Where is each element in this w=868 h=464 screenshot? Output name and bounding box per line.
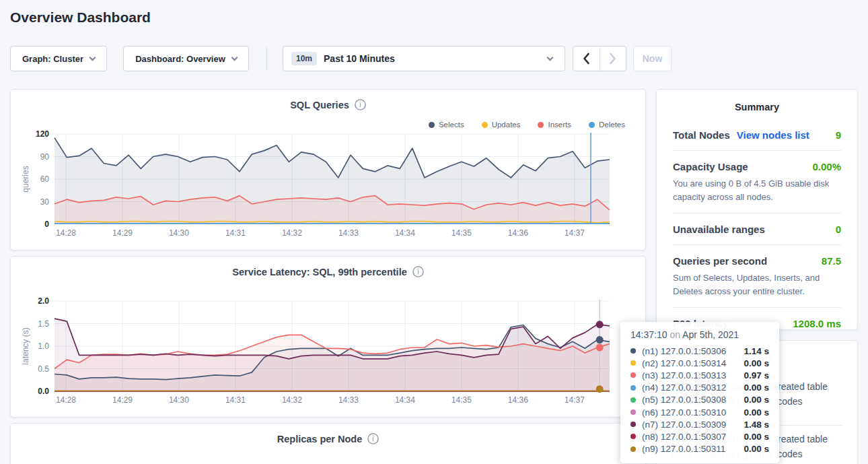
stat-value: 9 <box>836 129 841 141</box>
svg-text:14:33: 14:33 <box>338 395 359 405</box>
svg-text:90: 90 <box>40 152 50 162</box>
svg-text:14:35: 14:35 <box>451 228 472 238</box>
svg-text:0.0: 0.0 <box>38 387 49 396</box>
tooltip-node-name: (n7) 127.0.0.1:50309 <box>642 420 726 430</box>
stat-unavailable-ranges: Unavailable ranges 0 <box>673 213 841 245</box>
tooltip-row: (n8) 127.0.0.1:503070.00 s <box>630 430 769 442</box>
tooltip-node-value: 1.48 s <box>744 420 769 430</box>
svg-text:2.0: 2.0 <box>38 296 49 306</box>
tooltip-row: (n5) 127.0.0.1:503080.00 s <box>630 394 769 406</box>
tooltip-timestamp: 14:37:10 on Apr 5th, 2021 <box>630 329 769 340</box>
svg-text:30: 30 <box>40 197 50 207</box>
toolbar-divider <box>266 47 267 70</box>
svg-text:14:29: 14:29 <box>112 395 133 405</box>
graph-dropdown[interactable]: Graph: Cluster <box>10 46 107 71</box>
stat-label: Queries per second <box>673 255 767 267</box>
tooltip-node-value: 0.00 s <box>744 407 769 418</box>
tooltip-row: (n4) 127.0.0.1:503120.00 s <box>630 382 769 394</box>
stat-label: Unavailable ranges <box>673 224 765 235</box>
tooltip-row: (n7) 127.0.0.1:503091.48 s <box>630 418 769 430</box>
svg-text:14:37: 14:37 <box>565 395 585 405</box>
tooltip-node-value: 0.00 s <box>744 358 769 368</box>
svg-text:14:32: 14:32 <box>282 228 302 238</box>
node-color-dot-icon <box>630 372 636 378</box>
dashboard-dropdown[interactable]: Dashboard: Overview <box>123 46 249 71</box>
node-color-dot-icon <box>630 434 636 439</box>
tooltip-node-name: (n6) 127.0.0.1:50310 <box>642 407 726 418</box>
tooltip-row: (n1) 127.0.0.1:503061.14 s <box>630 345 769 357</box>
time-range-badge: 10m <box>291 52 317 65</box>
stat-value: 0 <box>836 224 841 235</box>
chevron-left-icon <box>583 53 590 65</box>
now-button[interactable]: Now <box>633 46 672 71</box>
svg-text:14:34: 14:34 <box>395 395 415 405</box>
chart-tooltip: 14:37:10 on Apr 5th, 2021 (n1) 127.0.0.1… <box>620 322 779 463</box>
tooltip-node-value: 1.14 s <box>744 346 769 356</box>
summary-title: Summary <box>673 102 841 112</box>
stat-capacity-usage: Capacity Usage 0.00% You are using 0 B o… <box>673 151 841 213</box>
svg-text:latency (s): latency (s) <box>21 327 30 364</box>
node-color-dot-icon <box>630 397 636 403</box>
tooltip-node-name: (n9) 127.0.0.1:50311 <box>642 444 725 454</box>
service-latency-chart[interactable]: 14:2814:2914:3014:3114:3214:3314:3414:35… <box>11 257 646 418</box>
stat-label: Capacity Usage <box>673 161 748 172</box>
svg-text:0: 0 <box>44 220 49 229</box>
svg-text:queries: queries <box>21 166 30 192</box>
chart-panel-service-latency: Service Latency: SQL, 99th percentile i … <box>10 256 646 418</box>
svg-text:14:37: 14:37 <box>565 228 585 238</box>
svg-text:14:36: 14:36 <box>508 228 528 238</box>
stat-value: 0.00% <box>812 161 841 172</box>
time-back-button[interactable] <box>573 46 600 71</box>
view-nodes-link[interactable]: View nodes list <box>737 129 809 141</box>
chart-panel-replicas-per-node: Replicas per Node i <box>10 423 646 464</box>
stat-value: 87.5 <box>822 255 841 267</box>
svg-text:14:31: 14:31 <box>225 395 246 405</box>
chart-title: Replicas per Node <box>277 434 363 444</box>
tooltip-node-value: 0.00 s <box>744 383 769 393</box>
stat-description: Sum of Selects, Updates, Inserts, and De… <box>673 271 841 298</box>
page-title: Overview Dashboard <box>10 9 151 26</box>
chevron-down-icon <box>547 54 554 61</box>
tooltip-node-name: (n3) 127.0.0.1:50313 <box>642 370 726 380</box>
chevron-right-icon <box>609 53 616 65</box>
stat-description: You are using 0 B of 4.5 GiB usable disk… <box>673 177 841 203</box>
stat-value: 1208.0 ms <box>793 318 841 329</box>
tooltip-row: (n3) 127.0.0.1:503130.97 s <box>630 369 769 381</box>
svg-text:14:36: 14:36 <box>508 395 528 405</box>
tooltip-node-value: 0.00 s <box>744 395 769 405</box>
chart-panel-sql-queries: SQL Queries i SelectsUpdatesInsertsDelet… <box>10 89 646 251</box>
summary-panel: Summary Total Nodes View nodes list 9 Ca… <box>656 89 858 330</box>
tooltip-node-name: (n8) 127.0.0.1:50307 <box>642 432 726 442</box>
svg-text:14:28: 14:28 <box>56 228 76 238</box>
svg-text:14:28: 14:28 <box>56 395 76 405</box>
info-icon[interactable]: i <box>367 433 379 444</box>
tooltip-row: (n9) 127.0.0.1:503110.00 s <box>630 443 769 455</box>
svg-text:14:33: 14:33 <box>338 228 359 238</box>
svg-text:0.5: 0.5 <box>38 364 49 374</box>
svg-text:14:34: 14:34 <box>395 228 415 238</box>
node-color-dot-icon <box>630 348 636 354</box>
tooltip-node-value: 0.97 s <box>744 370 769 380</box>
svg-text:120: 120 <box>36 129 49 139</box>
sql-queries-chart[interactable]: 14:2814:2914:3014:3114:3214:3314:3414:35… <box>11 90 646 251</box>
svg-text:60: 60 <box>40 174 50 184</box>
svg-text:14:30: 14:30 <box>169 228 189 238</box>
overview-dashboard-page: Overview Dashboard Graph: Cluster Dashbo… <box>0 0 868 464</box>
svg-text:14:35: 14:35 <box>451 395 472 405</box>
chevron-down-icon <box>89 54 96 61</box>
time-range-selector[interactable]: 10m Past 10 Minutes <box>283 46 565 71</box>
stat-queries-per-second: Queries per second 87.5 Sum of Selects, … <box>673 245 841 308</box>
tooltip-node-name: (n5) 127.0.0.1:50308 <box>642 395 726 405</box>
tooltip-node-value: 0.00 s <box>744 444 769 454</box>
time-nav-group <box>573 46 626 71</box>
node-color-dot-icon <box>630 409 636 415</box>
svg-text:1.0: 1.0 <box>38 341 49 351</box>
node-color-dot-icon <box>630 360 636 366</box>
now-button-label: Now <box>643 53 663 64</box>
node-color-dot-icon <box>630 422 636 427</box>
svg-text:14:32: 14:32 <box>282 395 302 405</box>
dashboard-dropdown-label: Dashboard: Overview <box>135 54 225 64</box>
time-range-label: Past 10 Minutes <box>324 53 395 64</box>
tooltip-node-name: (n4) 127.0.0.1:50312 <box>642 383 726 393</box>
time-forward-button[interactable] <box>600 46 626 71</box>
